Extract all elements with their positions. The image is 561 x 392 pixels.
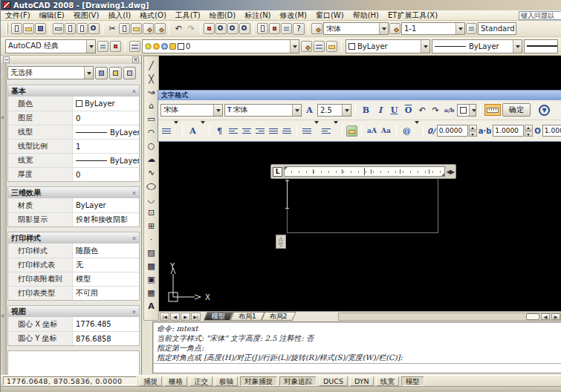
selection-combo[interactable]: 无选择 [7,66,94,79]
property-row[interactable]: 图层 0 [8,111,139,125]
menu-tools[interactable]: 工具(T) [171,10,205,21]
plot-icon[interactable] [53,23,64,34]
rectangle-icon[interactable]: ▭ [145,112,158,125]
column-height-grip[interactable]: △ ▽ [276,235,286,249]
column-width-grips[interactable]: ◀▶ [447,169,454,175]
chevron-down-icon[interactable] [84,67,93,79]
section-general-header[interactable]: 基本 » [8,85,139,97]
italic-button[interactable]: I [374,104,386,117]
chevron-down-icon[interactable] [213,105,222,116]
symbol-icon[interactable]: @ [401,125,413,137]
section-plot-style-header[interactable]: 打印样式 » [8,232,139,244]
collapse-section-icon[interactable]: » [130,89,137,94]
section-3d-header[interactable]: 三维效果 » [8,187,139,198]
workspace-settings-icon[interactable] [97,41,108,52]
ellipse-icon[interactable]: ○ [145,179,158,192]
mtext-style-combo[interactable]: 宋体 [160,104,223,117]
open-icon[interactable] [23,23,34,34]
first-tab-icon[interactable]: |◀ [160,313,169,321]
quickcalc-icon[interactable] [281,23,292,34]
menu-format[interactable]: 格式(O) [135,10,171,21]
zoom-realtime-icon[interactable] [215,23,227,34]
quick-select-button[interactable] [109,67,122,79]
publish-icon[interactable] [77,23,88,34]
table-style-combo[interactable]: Standard [478,22,516,35]
menu-view[interactable]: 视图(V) [69,10,104,21]
command-window[interactable]: 命令: mtext 当前文字样式: "宋体" 文字高度: 2.5 注释性: 否 … [152,321,561,373]
text-height-combo[interactable]: 2.5 [317,104,351,117]
ellipse-arc-icon[interactable]: ◡ [145,192,158,206]
layer-freeze-icon[interactable] [153,43,160,50]
chevron-down-icon[interactable] [421,40,429,53]
3d-dwf-icon[interactable] [88,23,100,34]
palette-collapse-icon[interactable]: − [3,56,10,63]
ruler-toggle-button[interactable] [484,104,501,116]
property-row[interactable]: 圆心 X 坐标 1776.485 [8,317,139,331]
region-icon[interactable]: ▣ [145,272,158,286]
arc-icon[interactable]: ◠ [145,125,158,139]
layer-previous-icon[interactable] [314,41,325,52]
bold-button[interactable]: B [360,104,372,117]
table-icon[interactable]: ▦ [145,286,158,299]
property-row[interactable]: 厚度 0 [8,167,139,181]
menu-express-tools[interactable]: ET扩展工具(X) [383,10,442,21]
sheet-set-manager-icon[interactable] [257,23,268,34]
toggle-snap[interactable]: 捕捉 [139,376,162,386]
circle-icon[interactable]: ○ [145,139,158,152]
collapse-section-icon[interactable]: » [130,191,137,195]
toggle-grid[interactable]: 栅格 [164,376,187,386]
align-justify-icon[interactable] [267,125,279,137]
linetype-combo[interactable]: ByLayer [432,39,522,53]
property-row[interactable]: 打印样式表 无 [8,258,139,272]
property-row[interactable]: 颜色 ByLayer [8,97,139,111]
infocenter-search-input[interactable]: 键入问题以 [519,11,561,20]
mtext-justification-icon[interactable]: A [187,125,199,137]
coordinate-readout[interactable]: 1776.0648, 870.5836, 0.0000 [3,376,137,385]
layer-properties-manager-icon[interactable] [129,41,140,52]
line-icon[interactable]: ╱ [145,59,158,72]
pan-icon[interactable] [204,23,215,34]
point-icon[interactable]: · [145,232,158,246]
lineweight-combo[interactable] [524,39,558,53]
layer-on-icon[interactable] [145,43,152,50]
chevron-down-icon[interactable] [513,40,522,53]
toggle-dyn[interactable]: DYN [350,376,374,386]
column-tab-button[interactable]: L [273,167,282,177]
layer-lock-icon[interactable] [169,43,176,50]
underline-button[interactable]: U [388,104,401,117]
color-combo[interactable]: ByLayer [346,39,430,53]
insert-block-icon[interactable]: ⊡ [145,206,158,219]
polyline-icon[interactable]: ↝ [145,85,158,99]
toggle-model[interactable]: 模型 [401,376,424,386]
plot-preview-icon[interactable] [65,23,76,34]
mtext-ruler[interactable] [284,166,445,177]
align-right-icon[interactable] [254,125,266,137]
options-icon[interactable]: ▼ [539,105,550,116]
workspace-combo[interactable]: AutoCAD 经典 [5,39,96,53]
tab-layout2[interactable]: 布局2 [263,312,294,321]
zoom-previous-icon[interactable] [239,23,250,34]
match-properties-icon[interactable] [143,23,154,34]
property-row[interactable]: 打印表类型 不可用 [8,286,139,300]
redo-icon[interactable]: ↷ [429,104,441,116]
redo-icon[interactable]: ↷ [185,23,197,35]
gradient-icon[interactable]: ▩ [145,259,158,272]
collapse-section-icon[interactable]: » [130,310,137,314]
scroll-right-icon[interactable]: ▶ [551,313,560,320]
columns-icon[interactable] [160,125,172,137]
paste-icon[interactable] [131,23,142,34]
text-style-combo[interactable]: 宋体 [323,22,389,35]
property-row[interactable]: 线型比例 1 [8,139,139,153]
toggle-pickadd-button[interactable] [95,67,108,79]
zoom-window-icon[interactable] [227,23,239,34]
property-row[interactable]: 材质 ByLayer [8,198,139,212]
numbering-icon[interactable] [320,125,332,137]
hatch-icon[interactable]: ▨ [145,246,158,259]
layer-viewport-freeze-icon[interactable] [161,43,168,50]
scroll-left-icon[interactable]: ◀ [541,313,550,320]
undo-icon[interactable]: ↶ [172,23,184,35]
toggle-lineweight[interactable]: 线宽 [376,376,399,386]
chevron-down-icon[interactable] [379,23,388,34]
annotative-button[interactable]: A [303,104,316,117]
oblique-angle-field[interactable]: 0.0000 [437,125,477,137]
